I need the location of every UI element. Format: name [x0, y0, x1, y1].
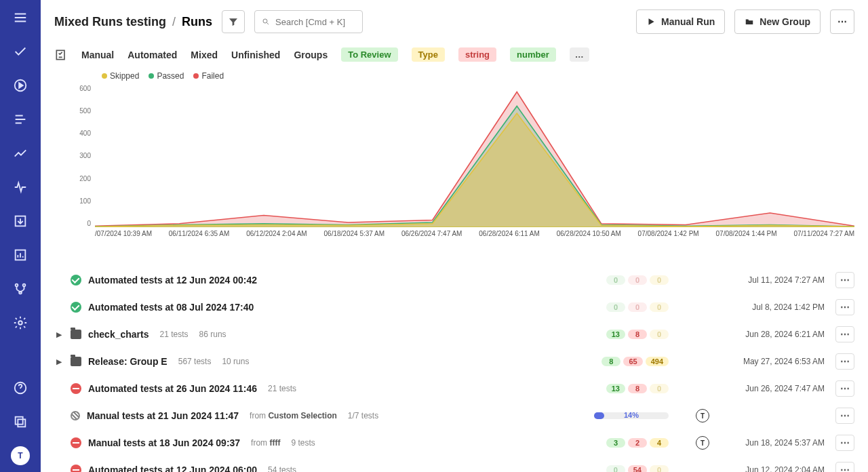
trend-icon[interactable]	[11, 144, 30, 163]
pill-skipped: 0	[650, 330, 669, 339]
status-pills: 13 8 0	[594, 330, 669, 339]
pill-failed: 54	[628, 465, 647, 472]
play-circle-icon[interactable]	[11, 76, 30, 95]
status-icon	[71, 411, 80, 420]
chip-type[interactable]: Type	[412, 47, 445, 62]
svg-rect-8	[16, 417, 23, 425]
chevron-right-icon[interactable]: ▶	[54, 330, 64, 339]
svg-point-3	[16, 284, 18, 287]
avatar[interactable]: T	[11, 446, 30, 465]
tab-mixed[interactable]: Mixed	[191, 50, 218, 60]
assignee-avatar[interactable]: T	[696, 409, 709, 422]
gear-icon[interactable]	[11, 313, 30, 332]
run-tests: 1/7 tests	[348, 411, 378, 420]
run-runs: 86 runs	[199, 330, 226, 339]
copy-icon[interactable]	[11, 412, 30, 431]
chip-string[interactable]: string	[458, 47, 496, 62]
more-button[interactable]: ⋯	[830, 9, 854, 34]
tab-unfinished[interactable]: Unfinished	[231, 50, 280, 60]
chart: 6005004003002001000 /07/2024 10:39 AM06/…	[95, 85, 854, 261]
row-menu-button[interactable]: ⋯	[835, 435, 854, 451]
folder-icon	[71, 330, 81, 339]
manual-run-button[interactable]: Manual Run	[636, 9, 725, 34]
play-icon	[646, 17, 656, 26]
status-pills: 13 8 0	[594, 384, 669, 393]
run-row[interactable]: Automated tests at 12 Jun 2024 06:00 54 …	[49, 456, 860, 472]
row-menu-button[interactable]: ⋯	[835, 353, 854, 370]
run-title: Manual tests at 21 Jun 2024 11:47	[87, 410, 239, 421]
pill-failed: 0	[628, 275, 647, 285]
run-title: Automated tests at 08 Jul 2024 17:40	[88, 302, 254, 313]
row-menu-button[interactable]: ⋯	[835, 408, 854, 424]
runs-list: Automated tests at 12 Jun 2024 00:42 0 0…	[41, 261, 868, 472]
import-icon[interactable]	[11, 212, 30, 231]
svg-point-6	[18, 321, 22, 325]
row-menu-button[interactable]: ⋯	[835, 380, 854, 397]
run-runs: 10 runs	[222, 357, 249, 366]
pulse-icon[interactable]	[11, 178, 30, 197]
check-icon[interactable]	[11, 42, 30, 61]
run-tests: 21 tests	[268, 384, 296, 393]
tab-automated[interactable]: Automated	[127, 50, 177, 60]
row-menu-button[interactable]: ⋯	[835, 272, 854, 288]
status-icon	[71, 437, 81, 448]
assignee-avatar[interactable]: T	[696, 436, 709, 450]
bar-chart-icon[interactable]	[11, 245, 30, 264]
run-from: from Custom Selection	[250, 411, 337, 420]
pill-failed: 8	[628, 384, 647, 393]
status-icon	[71, 465, 81, 472]
row-menu-button[interactable]: ⋯	[835, 462, 854, 472]
folder-icon	[71, 357, 81, 366]
pill-failed: 2	[628, 438, 647, 448]
row-menu-button[interactable]: ⋯	[835, 299, 854, 315]
tab-manual[interactable]: Manual	[81, 50, 114, 60]
checklist-icon[interactable]	[54, 48, 68, 62]
tabs: Manual Automated Mixed Unfinished Groups…	[41, 43, 868, 68]
pill-failed: 65	[623, 357, 642, 366]
svg-rect-11	[56, 50, 64, 59]
run-date: Jul 8, 2024 1:42 PM	[716, 302, 825, 312]
group-row[interactable]: ▶ check_charts 21 tests 86 runs 13 8 0 J…	[49, 321, 860, 348]
run-row[interactable]: Manual tests at 21 Jun 2024 11:47 from C…	[49, 402, 860, 429]
new-group-button[interactable]: New Group	[734, 9, 821, 34]
svg-point-4	[23, 284, 26, 287]
list-icon[interactable]	[11, 110, 30, 129]
run-row[interactable]: Automated tests at 26 Jun 2024 11:46 21 …	[49, 375, 860, 402]
branch-icon[interactable]	[11, 279, 30, 298]
search-box[interactable]	[254, 10, 363, 33]
topbar: Mixed Runs testing / Runs Manual Run New…	[41, 0, 868, 43]
pill-passed: 0	[606, 465, 625, 472]
run-title: Automated tests at 12 Jun 2024 06:00	[88, 465, 257, 472]
svg-point-10	[263, 19, 267, 23]
group-row[interactable]: ▶ Release: Group E 567 tests 10 runs 8 6…	[49, 348, 860, 375]
run-row[interactable]: Automated tests at 08 Jul 2024 17:40 0 0…	[49, 294, 860, 321]
filter-button[interactable]	[222, 10, 245, 33]
run-tests: 9 tests	[291, 438, 315, 448]
status-icon	[71, 302, 81, 313]
breadcrumb-parent[interactable]: Mixed Runs testing	[54, 15, 166, 28]
status-pills: 0 0 0	[594, 302, 669, 312]
chip-number[interactable]: number	[510, 47, 556, 62]
breadcrumb-current: Runs	[182, 15, 212, 28]
chevron-right-icon[interactable]: ▶	[54, 357, 64, 366]
tab-groups[interactable]: Groups	[294, 50, 328, 60]
chip-to-review[interactable]: To Review	[341, 47, 397, 62]
sidebar: T	[0, 0, 41, 472]
row-menu-button[interactable]: ⋯	[835, 326, 854, 342]
pill-passed: 0	[606, 302, 625, 312]
menu-icon[interactable]	[11, 8, 30, 27]
pill-failed: 8	[628, 330, 647, 339]
chip-more[interactable]: …	[570, 47, 589, 62]
status-pills: 3 2 4	[594, 438, 669, 448]
pill-passed: 13	[606, 384, 625, 393]
run-tests: 21 tests	[160, 330, 189, 339]
svg-rect-9	[18, 419, 25, 427]
run-row[interactable]: Automated tests at 12 Jun 2024 00:42 0 0…	[49, 267, 860, 294]
breadcrumb: Mixed Runs testing / Runs	[54, 15, 212, 29]
help-icon[interactable]	[11, 378, 30, 397]
search-input[interactable]	[275, 17, 355, 27]
run-row[interactable]: Manual tests at 18 Jun 2024 09:37 from f…	[49, 429, 860, 456]
run-tests: 567 tests	[178, 357, 212, 366]
chart-legend: Skipped Passed Failed	[41, 68, 868, 81]
folder-plus-icon	[745, 17, 754, 26]
